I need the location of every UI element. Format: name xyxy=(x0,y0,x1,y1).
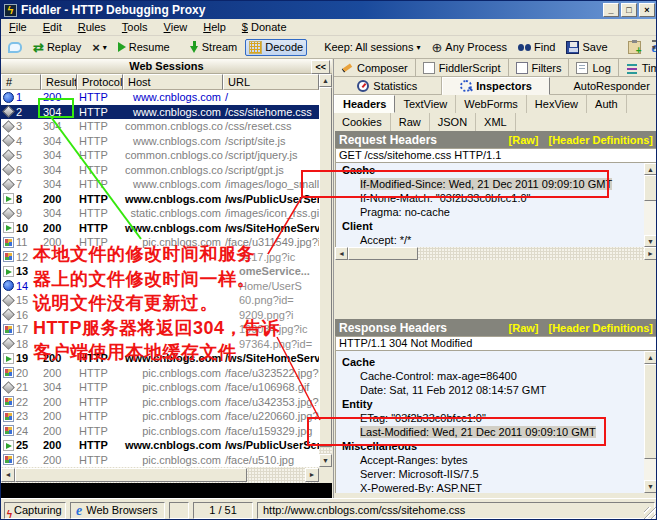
menu-item[interactable]: View xyxy=(156,20,196,34)
session-row[interactable]: 7 304 HTTP www.cnblogs.com /images/logo_… xyxy=(1,177,319,192)
find-button[interactable]: Find xyxy=(515,40,558,55)
mid-tab[interactable]: AutoResponder xyxy=(550,77,657,95)
header-definitions-link[interactable]: [Header Definitions] xyxy=(548,134,653,146)
comment-button[interactable] xyxy=(5,41,25,54)
session-row[interactable]: 17 199034.jpg?ic xyxy=(1,322,319,337)
request-line[interactable]: GET /css/sitehome.css HTTP/1.1 xyxy=(335,148,657,163)
toolbar-overflow-chevron[interactable]: ▾ xyxy=(652,40,656,52)
session-row[interactable]: 16 9209.png?i xyxy=(1,308,319,323)
header-entry[interactable]: Accept: */* xyxy=(336,233,644,247)
hscroll-thumb[interactable] xyxy=(348,247,418,260)
header-entry[interactable]: If-Modified-Since: Wed, 21 Dec 2011 09:0… xyxy=(336,177,644,191)
process-filter[interactable]: e Web Browsers xyxy=(70,502,165,519)
session-row[interactable]: 13 omeService... xyxy=(1,264,319,279)
decode-button[interactable]: Decode xyxy=(245,39,307,56)
session-row[interactable]: 3 304 HTTP common.cnblogs.com /css/reset… xyxy=(1,119,319,134)
column-header[interactable]: URL xyxy=(223,74,319,90)
scroll-up-button[interactable]: ▲ xyxy=(644,351,657,364)
inspector-tab[interactable]: WebForms xyxy=(456,95,527,113)
vscroll-thumb[interactable] xyxy=(644,364,657,459)
top-tab[interactable]: Timeline xyxy=(619,59,657,77)
header-entry[interactable]: ETag: "03f2b33c0bfcc1:0" xyxy=(336,411,644,425)
screenshot-button[interactable] xyxy=(625,40,644,55)
session-row[interactable]: 4 304 HTTP www.cnblogs.com /script/site.… xyxy=(1,134,319,149)
column-header[interactable]: Host xyxy=(123,74,223,90)
hscroll-thumb[interactable] xyxy=(15,468,247,482)
request-response-splitter[interactable] xyxy=(334,260,657,265)
column-header[interactable]: Protocol xyxy=(77,74,123,90)
session-row[interactable]: 11 200 HTTP pic.cnblogs.com /face/u31154… xyxy=(1,235,319,250)
column-header[interactable]: Result xyxy=(41,74,77,90)
column-header[interactable]: # xyxy=(1,74,41,90)
inspector-tab[interactable]: Cookies xyxy=(334,113,391,131)
session-row[interactable]: 2 304 HTTP www.cnblogs.com /css/sitehome… xyxy=(1,105,319,120)
header-entry[interactable]: Date: Sat, 11 Feb 2012 08:14:57 GMT xyxy=(336,383,644,397)
top-tab[interactable]: FiddlerScript xyxy=(416,59,509,77)
scroll-up-button[interactable]: ▲ xyxy=(644,163,657,175)
session-row[interactable]: 1 200 HTTP www.cnblogs.com / xyxy=(1,90,319,105)
top-tab[interactable]: Log xyxy=(569,59,618,77)
raw-link[interactable]: [Raw] xyxy=(509,322,539,334)
menu-item[interactable]: File xyxy=(1,20,35,34)
remove-sessions-button[interactable]: ×▾ xyxy=(89,40,110,55)
inspector-tab[interactable]: Auth xyxy=(587,95,627,113)
session-row[interactable]: 6 304 HTTP common.cnblogs.com /script/gp… xyxy=(1,163,319,178)
scroll-down-button[interactable]: ▼ xyxy=(644,480,657,493)
inspector-tab[interactable]: HexView xyxy=(527,95,587,113)
save-button[interactable]: Save xyxy=(563,40,610,55)
resume-button[interactable]: Resume xyxy=(115,40,173,54)
mid-tab[interactable]: Inspectors xyxy=(442,77,551,95)
menu-item[interactable]: $ Donate xyxy=(234,20,295,34)
header-entry[interactable]: Miscellaneous xyxy=(336,439,644,453)
session-row[interactable]: 10 200 HTTP www.cnblogs.com /ws/SiteHome… xyxy=(1,221,319,236)
vscroll-thumb[interactable] xyxy=(644,175,657,201)
inspector-tab[interactable]: Raw xyxy=(391,113,430,131)
scroll-down-button[interactable]: ▼ xyxy=(644,235,657,247)
inspector-tab[interactable]: XML xyxy=(476,113,516,131)
session-row[interactable]: 14 Home/UserS xyxy=(1,279,319,294)
header-entry[interactable]: Client xyxy=(336,219,644,233)
menu-item[interactable]: Rules xyxy=(70,20,114,34)
collapse-panel-button[interactable]: << xyxy=(311,60,330,74)
replay-button[interactable]: ⇄Replay xyxy=(30,40,84,55)
vscroll-thumb[interactable] xyxy=(319,87,332,447)
top-tab[interactable]: Composer xyxy=(334,59,416,77)
title-bar[interactable]: ϟ Fiddler - HTTP Debugging Proxy _ □ × xyxy=(1,1,657,19)
mid-tab[interactable]: Statistics xyxy=(334,77,442,95)
maximize-button[interactable]: □ xyxy=(621,3,637,17)
header-entry[interactable]: X-Powered-By: ASP.NET xyxy=(336,481,644,493)
scroll-left-button[interactable]: ◄ xyxy=(335,247,348,260)
header-entry[interactable]: Last-Modified: Wed, 21 Dec 2011 09:09:10… xyxy=(336,425,644,439)
session-row[interactable]: 23 200 HTTP pic.cnblogs.com /face/u22066… xyxy=(1,409,319,424)
session-row[interactable]: 9 304 HTTP static.cnblogs.com /images/ic… xyxy=(1,206,319,221)
header-entry[interactable]: Pragma: no-cache xyxy=(336,205,644,219)
session-row[interactable]: 12 3417.jpg?ic xyxy=(1,250,319,265)
scroll-left-button[interactable]: ◄ xyxy=(1,468,15,482)
session-row[interactable]: 15 60.png?id= xyxy=(1,293,319,308)
any-process-button[interactable]: ⊕Any Process xyxy=(428,40,510,55)
header-entry[interactable]: If-None-Match: "03f2b33c0bfcc1:0" xyxy=(336,191,644,205)
raw-link[interactable]: [Raw] xyxy=(509,134,539,146)
header-entry[interactable]: Entity xyxy=(336,397,644,411)
keep-sessions-dropdown[interactable]: Keep: All sessions▾ xyxy=(321,40,423,54)
inspector-tab[interactable]: JSON xyxy=(430,113,476,131)
scroll-up-button[interactable]: ▲ xyxy=(319,74,332,87)
header-entry[interactable]: Cache-Control: max-age=86400 xyxy=(336,369,644,383)
session-row[interactable]: 20 200 HTTP pic.cnblogs.com /face/u32352… xyxy=(1,366,319,381)
session-row[interactable]: 26 200 HTTP pic.cnblogs.com /face/u510.j… xyxy=(1,453,319,468)
inspector-tab[interactable]: TextView xyxy=(395,95,456,113)
menu-item[interactable]: Help xyxy=(195,20,234,34)
session-row[interactable]: 21 304 HTTP pic.cnblogs.com /face/u10696… xyxy=(1,380,319,395)
top-tab[interactable]: Filters xyxy=(509,59,570,77)
scroll-right-button[interactable]: ► xyxy=(644,247,657,260)
quickexec-command-bar[interactable] xyxy=(1,483,332,498)
session-row[interactable]: 22 200 HTTP pic.cnblogs.com /face/u34235… xyxy=(1,395,319,410)
minimize-button[interactable]: _ xyxy=(603,3,619,17)
inspector-tab[interactable]: Headers xyxy=(334,95,395,113)
header-entry[interactable]: Accept-Ranges: bytes xyxy=(336,453,644,467)
header-definitions-link[interactable]: [Header Definitions] xyxy=(548,322,653,334)
close-button[interactable]: × xyxy=(639,3,655,17)
menu-item[interactable]: Tools xyxy=(114,20,156,34)
session-row[interactable]: 24 200 HTTP pic.cnblogs.com /face/u15932… xyxy=(1,424,319,439)
header-entry[interactable]: Server: Microsoft-IIS/7.5 xyxy=(336,467,644,481)
